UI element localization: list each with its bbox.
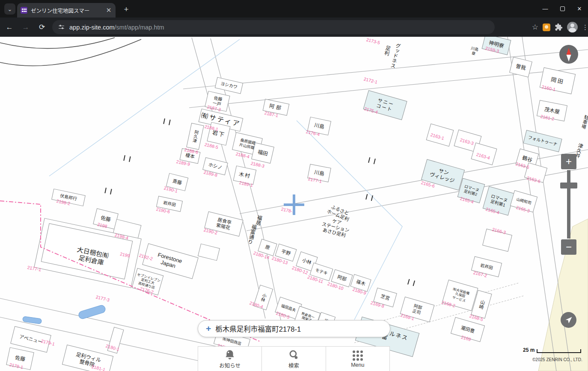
browser-chrome: ⌄ ゼンリン住宅地図スマー ✕ + — ✕ ← → ⟳ app.zip-site… <box>0 0 588 37</box>
nav-notifications[interactable]: お知らせ <box>198 347 261 371</box>
tab-strip: ⌄ ゼンリン住宅地図スマー ✕ + — ✕ <box>0 0 588 18</box>
road-mark <box>123 155 131 162</box>
zoom-out-button[interactable]: − <box>561 239 576 255</box>
browser-menu-icon[interactable]: ⋮ <box>582 26 585 28</box>
tab-search-button[interactable]: ⌄ <box>4 3 15 15</box>
url-text: app.zip-site.com/smt/app/map.htm <box>69 24 164 31</box>
site-info-icon[interactable] <box>56 22 67 33</box>
url-host: app.zip-site.com <box>69 24 115 31</box>
map-label: 福居 <box>254 215 263 226</box>
zenrin-favicon <box>21 7 27 14</box>
tab-close-icon[interactable]: ✕ <box>105 6 112 14</box>
compass-button[interactable] <box>559 45 578 64</box>
zoom-slider-track[interactable] <box>567 170 570 238</box>
grid-icon <box>353 350 363 361</box>
reload-button[interactable]: ⟳ <box>35 21 49 34</box>
map-building <box>198 244 220 261</box>
bookmark-star-icon[interactable]: ☆ <box>532 23 538 32</box>
tab-title: ゼンリン住宅地図スマー <box>31 6 102 15</box>
url-path: /smt/app/map.htm <box>115 24 164 31</box>
map-label: 福富通り <box>246 224 257 245</box>
map-crosshair <box>293 194 295 215</box>
map-lot-number: 2177-3 <box>95 294 110 303</box>
nav-notifications-label: お知らせ <box>219 361 241 369</box>
road-mark <box>104 188 112 194</box>
road-mark <box>407 279 415 286</box>
road-mark <box>368 157 376 164</box>
minimize-button[interactable]: — <box>537 0 554 18</box>
address-search-bar[interactable]: + 栃木県足利市福富町2178-1 <box>198 320 390 337</box>
location-arrow-icon <box>564 316 573 324</box>
nav-search-label: 検索 <box>288 361 299 369</box>
extension-icon[interactable] <box>543 24 550 31</box>
map-label: 足利 <box>383 45 391 56</box>
map-label: 駐車場 <box>580 114 588 129</box>
new-tab-button[interactable]: + <box>121 4 132 15</box>
zoom-slider-handle[interactable] <box>560 183 577 188</box>
nav-search[interactable]: 検索 <box>261 347 325 371</box>
maximize-button[interactable] <box>554 0 571 18</box>
forward-button[interactable]: → <box>19 21 33 34</box>
copyright-notice: ©2025 ZENRIN CO., LTD. <box>532 357 582 362</box>
toolbar-right-icons: ☆ ⋮ <box>532 18 585 37</box>
map-scale: 25 m <box>523 347 581 353</box>
map-features: ヨシカワ佐藤 一戸㈲サティア阿部阿久津岩下桑原國蔵 片山房雄福田榎本ホシノ木村斎… <box>0 0 588 371</box>
browser-toolbar: ← → ⟳ app.zip-site.com/smt/app/map.htm <box>0 18 588 37</box>
bottom-navigation: お知らせ 検索 Menu <box>198 346 390 371</box>
back-button[interactable]: ← <box>3 21 16 34</box>
map-lot-number: 2172-1 <box>363 76 378 85</box>
bell-icon <box>224 350 235 360</box>
nav-menu-label: Menu <box>351 362 364 368</box>
address-text: 栃木県足利市福富町2178-1 <box>215 324 301 334</box>
extensions-puzzle-icon[interactable] <box>555 23 563 31</box>
map-label: 川島 章 <box>469 46 479 57</box>
road-mark <box>365 194 373 201</box>
nav-menu[interactable]: Menu <box>326 347 389 371</box>
zoom-in-button[interactable]: + <box>561 154 576 169</box>
browser-tab[interactable]: ゼンリン住宅地図スマー ✕ <box>17 3 116 18</box>
current-location-button[interactable] <box>561 312 576 328</box>
plus-icon: + <box>206 324 211 334</box>
map-canvas[interactable]: ヨシカワ佐藤 一戸㈲サティア阿部阿久津岩下桑原國蔵 片山房雄福田榎本ホシノ木村斎… <box>0 0 588 371</box>
address-bar[interactable]: app.zip-site.com/smt/app/map.htm <box>52 20 495 34</box>
profile-avatar[interactable] <box>567 22 578 32</box>
compass-needle-icon <box>559 45 578 64</box>
search-icon <box>288 350 299 360</box>
road-mark <box>163 118 170 125</box>
scale-label: 25 m <box>523 347 535 353</box>
map-lot-number: 2173-5 <box>366 37 381 45</box>
window-close-button[interactable]: ✕ <box>571 0 588 18</box>
window-controls: — ✕ <box>537 0 588 18</box>
scale-bar <box>537 349 581 353</box>
